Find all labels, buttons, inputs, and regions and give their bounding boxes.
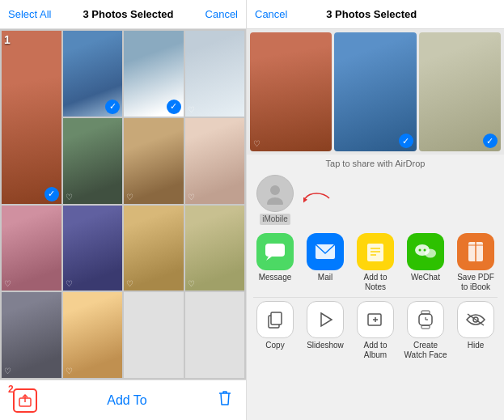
left-footer: 2 Add To (0, 380, 246, 420)
photo-cell-7[interactable]: ♡ (185, 118, 245, 204)
arrow-indicator (303, 186, 336, 214)
photo-cell-1[interactable]: 1 ✓ (2, 31, 61, 204)
play-icon (316, 310, 335, 329)
photo-cell-5[interactable]: ♡ (63, 118, 123, 204)
svg-point-13 (425, 249, 436, 258)
eye-slash-icon (465, 312, 486, 327)
arrow-icon (303, 186, 336, 210)
svg-rect-20 (271, 312, 282, 325)
photo-cell-10[interactable]: ♡ (124, 206, 184, 291)
action-row-2: Copy Slideshow Add to (253, 301, 498, 360)
airdrop-label: Tap to share with AirDrop (247, 155, 504, 170)
slideshow-label: Slideshow (307, 341, 344, 350)
contact-name: iMobile (260, 214, 290, 225)
photo-cell-6[interactable]: ♡ (124, 118, 184, 204)
photo-cell-4[interactable]: ♡ (185, 31, 245, 117)
svg-point-3 (267, 197, 283, 205)
svg-marker-21 (321, 313, 332, 326)
trash-icon (217, 389, 233, 407)
share-icon (19, 394, 32, 407)
preview-photo-2[interactable]: ✓ (334, 32, 416, 151)
delete-button[interactable] (217, 389, 233, 411)
action-copy[interactable]: Copy (253, 301, 297, 350)
photo-cell-11[interactable]: ♡ (185, 206, 245, 291)
action-slideshow[interactable]: Slideshow (303, 301, 347, 350)
svg-rect-5 (265, 244, 285, 257)
watch-icon (417, 309, 434, 330)
message-label: Message (259, 273, 292, 282)
action-notes[interactable]: Add to Notes (354, 233, 397, 292)
photo-cell-13[interactable]: ♡ (63, 292, 123, 378)
left-selected-count: 3 Photos Selected (83, 8, 174, 20)
wechat-label: WeChat (411, 273, 440, 282)
photo-cell-12[interactable]: ♡ (2, 292, 61, 378)
add-album-action-icon (357, 301, 394, 338)
hide-label: Hide (468, 341, 485, 350)
left-panel: Select All 3 Photos Selected Cancel 1 ✓ … (0, 0, 247, 420)
right-header: Cancel 3 Photos Selected (247, 0, 504, 29)
person-icon (264, 182, 286, 205)
action-row-1: Message Mail (253, 233, 498, 292)
share-actions: Message Mail (247, 230, 504, 420)
photo-check-3: ✓ (167, 100, 181, 114)
mail-envelope-icon (315, 244, 336, 260)
photo-cell-3[interactable]: ✓ (124, 31, 184, 117)
photo-check-2: ✓ (105, 100, 120, 114)
photo-grid: 1 ✓ ✓ ✓ ♡ ♡ ♡ ♡ (0, 29, 246, 380)
photo-heart-11: ♡ (188, 279, 195, 288)
message-bubble-icon (265, 243, 286, 261)
action-mail[interactable]: Mail (303, 233, 347, 282)
action-message[interactable]: Message (253, 233, 297, 282)
preview-photo-1[interactable]: ♡ (250, 32, 332, 151)
mail-action-icon (307, 233, 344, 270)
photo-heart-7: ♡ (188, 193, 195, 202)
right-panel: Cancel 3 Photos Selected ♡ ✓ ✓ Tap to sh… (247, 0, 504, 420)
action-wechat[interactable]: WeChat (404, 233, 447, 282)
action-add-album[interactable]: Add to Album (354, 301, 397, 360)
photo-heart-5: ♡ (66, 193, 73, 202)
svg-point-2 (270, 185, 280, 195)
watch-face-action-icon (407, 301, 444, 338)
svg-point-15 (424, 249, 426, 252)
book-icon (466, 241, 485, 262)
photo-cell-8[interactable]: ♡ (2, 206, 61, 291)
preview-photo-3[interactable]: ✓ (419, 32, 501, 151)
action-ibooks[interactable]: Save PDF to iBook (454, 233, 498, 292)
ibooks-label: Save PDF to iBook (454, 273, 498, 292)
copy-action-icon (256, 301, 294, 338)
share-button[interactable]: 2 (13, 388, 37, 413)
left-header: Select All 3 Photos Selected Cancel (0, 0, 246, 29)
photo-heart-8: ♡ (4, 279, 11, 288)
svg-rect-8 (367, 244, 383, 261)
photo-number-badge: 1 (4, 33, 11, 46)
notes-label: Add to Notes (354, 273, 397, 292)
contact-item[interactable]: iMobile (256, 175, 294, 225)
photo-cell-2[interactable]: ✓ (63, 31, 123, 117)
preview-check-2: ✓ (399, 134, 413, 148)
share-preview: ♡ ✓ ✓ (247, 29, 504, 155)
notes-action-icon (357, 233, 394, 270)
photo-cell-9[interactable]: ♡ (63, 206, 123, 291)
preview-heart-1: ♡ (253, 139, 260, 148)
svg-point-14 (419, 249, 421, 252)
mail-label: Mail (318, 273, 332, 282)
photo-heart-9: ♡ (66, 279, 73, 288)
contact-avatar (256, 175, 294, 212)
add-album-label: Add to Album (354, 341, 397, 360)
photo-heart-10: ♡ (126, 279, 133, 288)
right-cancel-button[interactable]: Cancel (255, 8, 287, 20)
left-cancel-button[interactable]: Cancel (205, 8, 238, 20)
hide-action-icon (457, 301, 494, 338)
action-watch-face[interactable]: Create Watch Face (404, 301, 447, 360)
copy-icon (265, 310, 285, 329)
select-all-button[interactable]: Select All (8, 8, 51, 20)
right-selected-count: 3 Photos Selected (326, 8, 417, 20)
add-to-button[interactable]: Add To (107, 393, 147, 408)
photo-cell-empty-1 (124, 292, 184, 378)
watch-face-label: Create Watch Face (404, 341, 447, 360)
wechat-logo-icon (414, 242, 437, 261)
slideshow-action-icon (307, 301, 344, 338)
action-hide[interactable]: Hide (454, 301, 498, 350)
ibooks-action-icon (457, 233, 494, 270)
photo-heart-12: ♡ (4, 367, 11, 375)
